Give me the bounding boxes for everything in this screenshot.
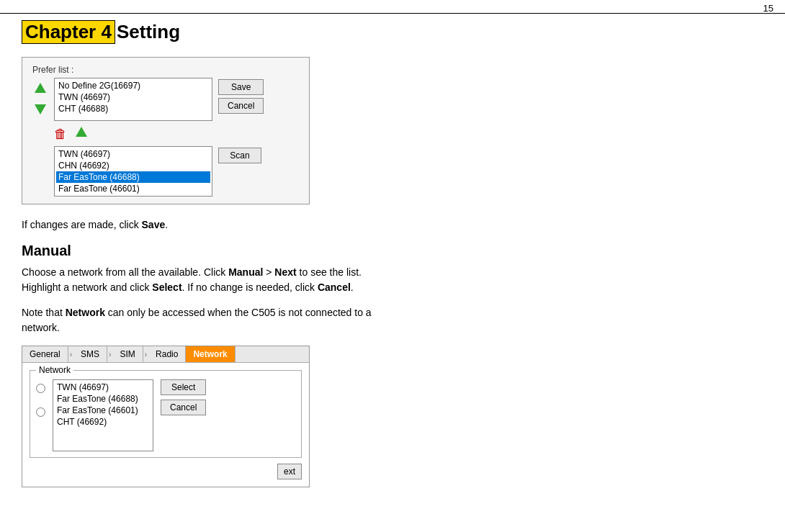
prefer-list-item[interactable]: No Define 2G(16697) (56, 80, 210, 91)
move-down-button[interactable] (32, 101, 48, 117)
save-instruction: If changes are made, click Save. (22, 217, 382, 233)
radio-manual[interactable] (36, 407, 45, 417)
scan-list-item[interactable]: CHN (46692) (56, 160, 210, 171)
network-button-column: Select Cancel (161, 379, 206, 415)
tabs-bar: General › SMS › SIM › Radio Network (22, 346, 309, 363)
network-note: Note that Network can only be accessed w… (22, 305, 382, 335)
prefer-list-label: Prefer list : (32, 65, 299, 75)
cancel-button[interactable]: Cancel (218, 98, 264, 114)
scan-list-item[interactable]: Far EasTone (46601) (56, 183, 210, 194)
icon-row: 🗑 (54, 125, 299, 143)
setting-label: Setting (117, 21, 180, 43)
network-list-item[interactable]: Far EasTone (46601) (55, 405, 151, 416)
prefer-panel: Prefer list : No Define 2G(16697) TWN (4… (22, 57, 310, 204)
tab-sep2: › (107, 351, 112, 359)
tab-sep3: › (143, 351, 148, 359)
prefer-list-item[interactable]: TWN (46697) (56, 91, 210, 103)
page-number: 15 (763, 3, 773, 14)
arrow-column (32, 81, 48, 117)
network-inner: TWN (46697) Far EasTone (46688) Far EasT… (36, 379, 295, 451)
svg-marker-0 (35, 83, 46, 93)
svg-marker-1 (35, 104, 46, 114)
network-list-item[interactable]: TWN (46697) (55, 382, 151, 393)
manual-heading: Manual (22, 243, 382, 259)
cancel-button2[interactable]: Cancel (161, 400, 206, 415)
network-listbox[interactable]: TWN (46697) Far EasTone (46688) Far EasT… (53, 379, 153, 451)
prefer-listbox[interactable]: No Define 2G(16697) TWN (46697) CHT (466… (54, 78, 212, 121)
radio-auto[interactable] (36, 384, 45, 393)
select-button[interactable]: Select (161, 379, 206, 395)
network-list-item[interactable]: Far EasTone (46688) (55, 393, 151, 405)
manual-description: Choose a network from all the available.… (22, 265, 382, 295)
scan-button-column: Scan (218, 148, 261, 163)
delete-icon[interactable]: 🗑 (54, 127, 67, 142)
network-group: Network TWN (46697) Far EasTone (46688) (30, 370, 302, 458)
scan-button[interactable]: Scan (218, 148, 261, 163)
scan-list-item[interactable]: TWN (46697) (56, 148, 210, 160)
scan-row: TWN (46697) CHN (46692) Far EasTone (466… (32, 146, 299, 197)
chapter-box: Chapter 4 (22, 20, 115, 44)
network-group-label: Network (36, 365, 73, 375)
prefer-button-column: Save Cancel (218, 79, 264, 114)
svg-marker-2 (76, 127, 87, 137)
save-button[interactable]: Save (218, 79, 264, 95)
scan-listbox[interactable]: TWN (46697) CHN (46692) Far EasTone (466… (54, 146, 212, 197)
add-icon[interactable] (74, 125, 89, 143)
network-list-item[interactable]: CHT (46692) (55, 416, 151, 428)
tab-network[interactable]: Network (186, 346, 235, 362)
prefer-list-item[interactable]: CHT (46688) (56, 103, 210, 114)
tab-radio[interactable]: Radio (148, 346, 186, 362)
scan-list-item-selected[interactable]: Far EasTone (46688) (56, 171, 210, 183)
tab-sim[interactable]: SIM (112, 346, 143, 362)
tab-general[interactable]: General (22, 346, 68, 362)
next-button[interactable]: ext (277, 464, 302, 479)
chapter-heading: Chapter 4 Setting (22, 20, 382, 44)
tab-sep1: › (68, 351, 73, 359)
move-up-button[interactable] (32, 81, 48, 96)
top-border (0, 13, 785, 14)
network-panel: General › SMS › SIM › Radio Network Netw… (22, 346, 310, 487)
radio-column (36, 384, 45, 417)
panel2-body: Network TWN (46697) Far EasTone (46688) (22, 363, 309, 487)
tab-sms[interactable]: SMS (73, 346, 107, 362)
